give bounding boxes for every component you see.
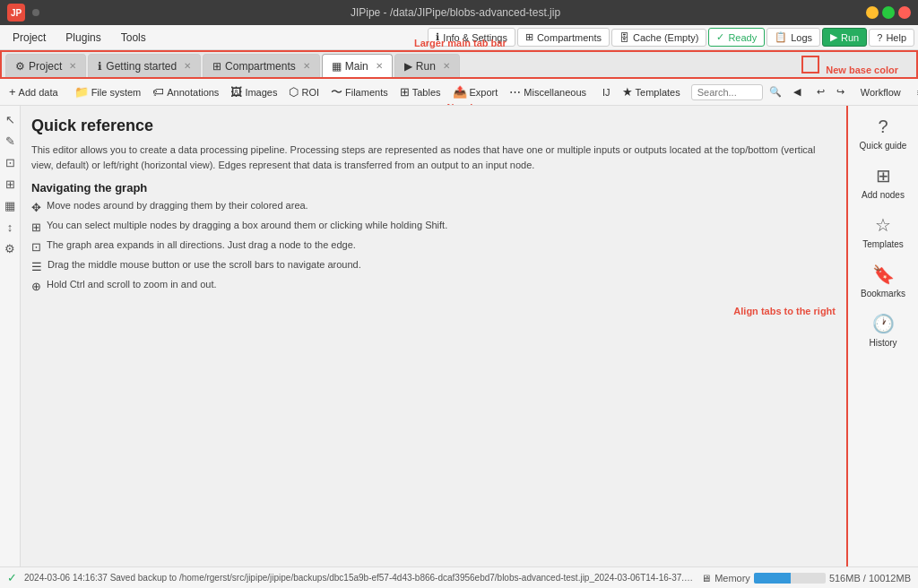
new-base-color-container: New base color <box>801 56 898 76</box>
roi-icon: ⬡ <box>289 85 299 99</box>
history-icon: 🕐 <box>872 313 895 334</box>
right-sidebar: ? Quick guide ⊞ Add nodes ☆ Templates 🔖 … <box>846 106 918 566</box>
tab-project[interactable]: ⚙ Project ✕ <box>5 54 86 77</box>
larger-main-tab-annotation: Larger main tab bar <box>414 38 507 48</box>
tb-roi[interactable]: ⬡ ROI <box>283 83 325 100</box>
tb-filaments[interactable]: 〜 Filaments <box>325 82 394 102</box>
memory-text: Memory <box>714 573 750 584</box>
export-icon: 📤 <box>453 85 467 99</box>
run-icon: ▶ <box>830 31 837 43</box>
tb-miscellaneous[interactable]: ⋯ Miscellaneous <box>504 83 592 100</box>
main-tabs: ⚙ Project ✕ ℹ Getting started ✕ ⊞ Compar… <box>0 50 918 79</box>
templates-toolbar-icon: ★ <box>622 85 633 99</box>
btn-ready[interactable]: ✓ Ready <box>708 28 765 47</box>
new-base-color-annotation: New base color <box>826 65 898 75</box>
quick-ref-intro: This editor allows you to create a data … <box>31 143 836 172</box>
tb-workflow[interactable]: ≡ Workflow <box>912 85 918 99</box>
undo-icon: ↩ <box>817 86 825 98</box>
tab-getting-started-close[interactable]: ✕ <box>184 61 191 71</box>
quick-ref-title: Quick reference <box>31 117 836 135</box>
expand-icon: ⊡ <box>31 240 41 254</box>
tab-run[interactable]: ▶ Run ✕ <box>394 54 460 77</box>
btn-cache[interactable]: 🗄 Cache (Empty) <box>611 29 706 47</box>
tab-compartments-close[interactable]: ✕ <box>303 61 310 71</box>
rs-add-nodes[interactable]: ⊞ Add nodes <box>851 158 915 207</box>
scroll-icon: ☰ <box>31 260 42 273</box>
window-controls <box>866 6 911 19</box>
menu-tools[interactable]: Tools <box>112 29 155 47</box>
tool-crop[interactable]: ⊡ <box>0 152 20 172</box>
statusbar: ✓ 2024-03-06 14:16:37 Saved backup to /h… <box>0 566 918 588</box>
menu-project[interactable]: Project <box>4 29 55 47</box>
annotations-icon: 🏷 <box>152 85 164 99</box>
nav-title: Navigating the graph <box>31 181 836 195</box>
tool-grid[interactable]: ⊞ <box>0 174 20 194</box>
tb-templates[interactable]: ★ Templates <box>617 83 686 100</box>
left-tool-panel: ↖ ✎ ⊡ ⊞ ▦ ↕ ⚙ <box>0 106 21 566</box>
titlebar: JP JIPipe - /data/JIPipe/blobs-advanced-… <box>0 0 918 25</box>
redo-icon: ↪ <box>836 86 844 98</box>
add-data-icon: + <box>9 85 16 99</box>
tb-undo[interactable]: ↩ <box>811 84 830 99</box>
close-button[interactable] <box>898 6 911 19</box>
tb-annotations[interactable]: 🏷 Annotations <box>147 83 224 100</box>
filaments-icon: 〜 <box>331 84 342 100</box>
btn-run[interactable]: ▶ Run <box>822 28 867 47</box>
window-title: JIPipe - /data/JIPipe/blobs-advanced-tes… <box>45 6 866 19</box>
menu-plugins[interactable]: Plugins <box>56 29 109 47</box>
tb-filesystem[interactable]: 📁 File system <box>69 83 147 100</box>
tb-zoom[interactable]: Workflow <box>855 85 906 99</box>
memory-indicator <box>754 573 826 584</box>
logs-icon: 📋 <box>775 31 787 43</box>
tool-pen[interactable]: ✎ <box>0 131 20 151</box>
tb-nav-back[interactable]: ◀ <box>788 84 806 99</box>
templates-rs-icon: ☆ <box>875 214 891 236</box>
ready-icon: ✓ <box>716 31 724 43</box>
tb-export[interactable]: 📤 Export New icons <box>447 83 504 100</box>
getting-started-tab-icon: ℹ <box>98 60 102 73</box>
compartments-icon: ⊞ <box>525 31 533 43</box>
move-icon: ✥ <box>31 201 41 214</box>
maximize-button[interactable] <box>882 6 895 19</box>
new-icons-annotation: New icons <box>447 102 496 106</box>
memory-value: 516MB / 10012MB <box>829 573 911 584</box>
nav-item-5: ⊕ Hold Ctrl and scroll to zoom in and ou… <box>31 279 836 293</box>
quick-reference: Quick reference This editor allows you t… <box>21 106 846 566</box>
tb-images[interactable]: 🖼 Images <box>225 83 282 100</box>
search-input[interactable] <box>691 84 763 100</box>
btn-help[interactable]: ? Help <box>869 29 914 47</box>
nav-item-4: ☰ Drag the middle mouse button or use th… <box>31 259 836 273</box>
dot-indicator <box>32 9 39 16</box>
status-text: 2024-03-06 14:16:37 Saved backup to /hom… <box>24 573 694 583</box>
toolbar: + Add data 📁 File system 🏷 Annotations 🖼… <box>0 79 918 106</box>
tb-ij[interactable]: IJ <box>597 85 616 99</box>
btn-logs[interactable]: 📋 Logs <box>766 28 820 47</box>
status-ok-icon: ✓ <box>7 571 17 584</box>
tab-compartments[interactable]: ⊞ Compartments ✕ <box>203 54 320 77</box>
tb-add-data[interactable]: + Add data <box>4 83 64 100</box>
tb-tables[interactable]: ⊞ Tables <box>394 83 446 100</box>
rs-history[interactable]: 🕐 History <box>851 306 915 355</box>
question-icon: ? <box>878 117 888 137</box>
tab-main[interactable]: ▦ Main ✕ <box>322 54 393 77</box>
memory-label: 🖥 <box>701 573 711 584</box>
tool-table[interactable]: ▦ <box>0 195 20 215</box>
tool-resize[interactable]: ↕ <box>0 217 20 237</box>
tab-project-close[interactable]: ✕ <box>69 61 76 71</box>
rs-bookmarks[interactable]: 🔖 Bookmarks <box>851 256 915 306</box>
nav-item-2: ⊞ You can select multiple nodes by dragg… <box>31 220 836 234</box>
tab-getting-started[interactable]: ℹ Getting started ✕ <box>88 54 201 77</box>
main-tabs-wrapper: ⚙ Project ✕ ℹ Getting started ✕ ⊞ Compar… <box>0 50 918 79</box>
run-tab-icon: ▶ <box>404 60 412 73</box>
btn-compartments[interactable]: ⊞ Compartments <box>517 28 610 47</box>
rs-quick-guide[interactable]: ? Quick guide <box>851 109 915 158</box>
tab-run-close[interactable]: ✕ <box>443 61 450 71</box>
tool-pointer[interactable]: ↖ <box>0 109 20 129</box>
rs-templates[interactable]: ☆ Templates <box>851 207 915 256</box>
tb-redo[interactable]: ↪ <box>831 84 850 99</box>
tab-main-close[interactable]: ✕ <box>376 61 383 71</box>
tb-search-icon-btn[interactable]: 🔍 <box>764 84 787 99</box>
tool-settings[interactable]: ⚙ <box>0 238 20 258</box>
filesystem-icon: 📁 <box>74 85 89 99</box>
minimize-button[interactable] <box>866 6 879 19</box>
